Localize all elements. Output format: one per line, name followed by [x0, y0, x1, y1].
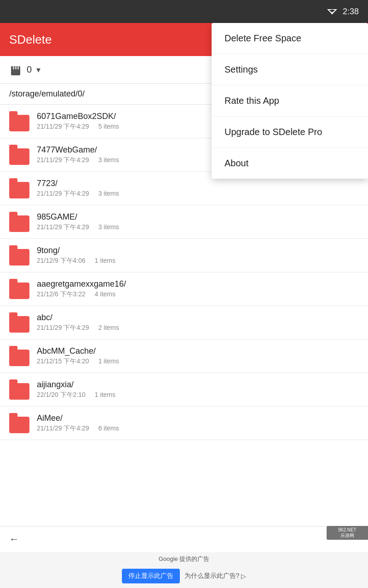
file-name: 9tong/ — [37, 246, 359, 255]
file-meta: 21/11/29 下午4:29 3 items — [37, 223, 359, 232]
why-ad-label: 为什么显示此广告? — [184, 572, 240, 580]
file-info: aaegretgamexxgame16/ 21/12/6 下午3:22 4 it… — [37, 279, 359, 299]
file-name: aijiangxia/ — [37, 380, 359, 390]
status-time: 2:38 — [343, 7, 359, 17]
file-items: 3 items — [98, 156, 119, 164]
file-date: 21/11/29 下午4:29 — [37, 123, 89, 131]
file-date: 21/12/15 下午4:20 — [37, 357, 89, 366]
file-items: 6 items — [98, 424, 119, 433]
folder-icon — [9, 212, 29, 232]
list-item[interactable]: aaegretgamexxgame16/ 21/12/6 下午3:22 4 it… — [0, 272, 368, 306]
ad-bar: Google 提供的广告 — [0, 552, 368, 566]
ad-provider-label: Google 提供的广告 — [159, 555, 210, 563]
file-items: 1 items — [95, 391, 115, 399]
wifi-icon — [327, 7, 337, 16]
file-date: 21/11/29 下午4:29 — [37, 324, 89, 332]
list-item[interactable]: AiMee/ 21/11/29 下午4:29 6 items — [0, 407, 368, 440]
status-bar: 2:38 — [0, 0, 368, 23]
file-items: 3 items — [98, 190, 119, 198]
file-date: 21/12/6 下午3:22 — [37, 290, 86, 299]
file-name: 7723/ — [37, 179, 359, 188]
file-items: 2 items — [98, 324, 119, 332]
file-meta: 22/1/20 下午2:10 1 items — [37, 391, 359, 399]
back-button[interactable]: ← — [9, 533, 19, 545]
dropdown-arrow-icon[interactable]: ▾ — [36, 65, 40, 75]
menu-item-rate-app[interactable]: Rate this App — [212, 85, 368, 117]
why-ad-button[interactable]: 为什么显示此广告? ▷ — [184, 572, 247, 580]
menu-item-delete-free-space[interactable]: Delete Free Space — [212, 23, 368, 54]
file-info: aijiangxia/ 22/1/20 下午2:10 1 items — [37, 380, 359, 399]
file-date: 21/11/29 下午4:29 — [37, 223, 89, 232]
folder-icon — [9, 379, 29, 400]
file-date: 21/11/29 下午4:29 — [37, 190, 89, 198]
file-items: 3 items — [98, 223, 119, 232]
file-items: 1 items — [95, 257, 115, 265]
file-items: 4 items — [95, 290, 115, 299]
menu-item-upgrade[interactable]: Upgrade to SDelete Pro — [212, 117, 368, 148]
folder-icon — [9, 279, 29, 299]
list-item[interactable]: abc/ 21/11/29 下午4:29 2 items — [0, 306, 368, 339]
play-icon: ▷ — [241, 572, 246, 580]
file-date: 21/12/9 下午4:06 — [37, 257, 86, 265]
folder-icon — [9, 413, 29, 433]
app-title: SDelete — [9, 33, 52, 47]
watermark: 962.NET 乐游网 — [327, 526, 368, 540]
list-item[interactable]: 985GAME/ 21/11/29 下午4:29 3 items — [0, 205, 368, 239]
file-name: AbcMM_Cache/ — [37, 346, 359, 356]
file-meta: 21/11/29 下午4:29 6 items — [37, 424, 359, 433]
svg-rect-6 — [15, 66, 17, 69]
list-item[interactable]: AbcMM_Cache/ 21/12/15 下午4:20 1 items — [0, 339, 368, 373]
sdcard-icon — [9, 63, 22, 76]
menu-item-about[interactable]: About — [212, 148, 368, 179]
folder-icon — [9, 245, 29, 266]
file-meta: 21/11/29 下午4:29 3 items — [37, 190, 359, 198]
file-info: AiMee/ 21/11/29 下午4:29 6 items — [37, 413, 359, 433]
file-date: 21/11/29 下午4:29 — [37, 156, 89, 164]
dropdown-menu: Delete Free SpaceSettingsRate this AppUp… — [212, 23, 368, 179]
stop-ad-button[interactable]: 停止显示此广告 — [122, 569, 180, 583]
file-meta: 21/12/9 下午4:06 1 items — [37, 257, 359, 265]
folder-icon — [9, 346, 29, 366]
storage-count: 0 — [27, 64, 32, 75]
folder-icon — [9, 111, 29, 131]
file-meta: 21/12/6 下午3:22 4 items — [37, 290, 359, 299]
file-info: abc/ 21/11/29 下午4:29 2 items — [37, 313, 359, 332]
file-name: AiMee/ — [37, 413, 359, 423]
file-name: 985GAME/ — [37, 212, 359, 222]
svg-point-3 — [331, 12, 333, 14]
svg-rect-7 — [17, 66, 19, 69]
folder-icon — [9, 145, 29, 165]
file-date: 22/1/20 下午2:10 — [37, 391, 86, 399]
file-info: AbcMM_Cache/ 21/12/15 下午4:20 1 items — [37, 346, 359, 366]
folder-icon — [9, 178, 29, 198]
file-info: 7723/ 21/11/29 下午4:29 3 items — [37, 179, 359, 198]
file-info: 9tong/ 21/12/9 下午4:06 1 items — [37, 246, 359, 265]
file-meta: 21/12/15 下午4:20 1 items — [37, 357, 359, 366]
folder-icon — [9, 312, 29, 333]
list-item[interactable]: 9tong/ 21/12/9 下午4:06 1 items — [0, 239, 368, 272]
bottom-bar: ← Google 提供的广告 停止显示此广告 为什么显示此广告? ▷ — [0, 526, 368, 588]
file-name: aaegretgamexxgame16/ — [37, 279, 359, 289]
file-meta: 21/11/29 下午4:29 2 items — [37, 324, 359, 332]
svg-rect-5 — [13, 66, 14, 69]
nav-bar: ← — [0, 526, 368, 552]
file-items: 1 items — [98, 357, 119, 366]
list-item[interactable]: aijiangxia/ 22/1/20 下午2:10 1 items — [0, 373, 368, 407]
file-name: abc/ — [37, 313, 359, 322]
file-info: 985GAME/ 21/11/29 下午4:29 3 items — [37, 212, 359, 232]
ad-actions-bar: 停止显示此广告 为什么显示此广告? ▷ — [0, 566, 368, 588]
file-items: 5 items — [98, 123, 119, 131]
menu-item-settings[interactable]: Settings — [212, 54, 368, 85]
file-date: 21/11/29 下午4:29 — [37, 424, 89, 433]
